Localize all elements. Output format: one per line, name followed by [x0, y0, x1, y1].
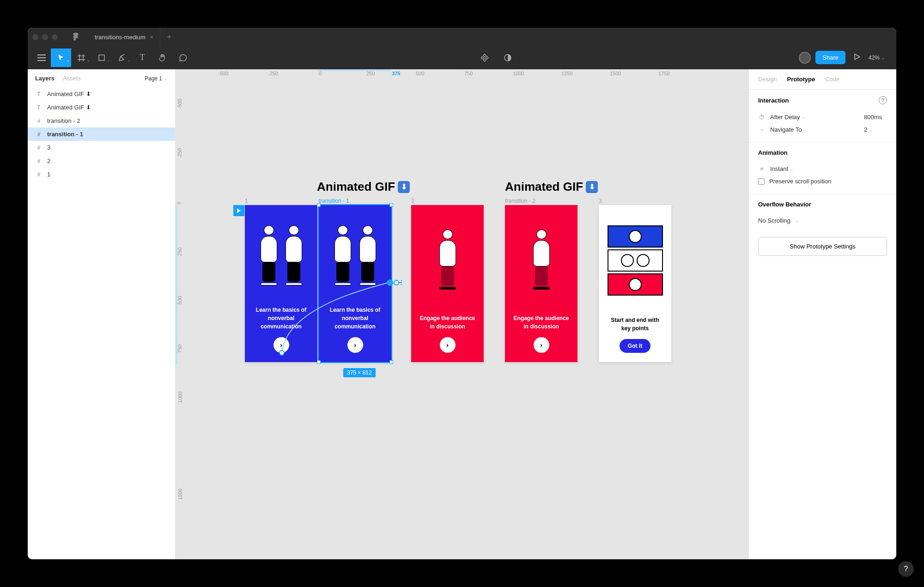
- frame-icon: #: [35, 118, 43, 124]
- comment-tool[interactable]: [173, 48, 193, 67]
- chevron-down-icon: ⌄: [128, 58, 131, 62]
- ruler-horizontal: -500 -250 0 250 375 500 750 1000 1250 15…: [185, 69, 748, 80]
- next-arrow-button[interactable]: ›: [534, 337, 549, 353]
- toolbar: ⌄ ⌄ ⌄ ⌄ T Shar: [28, 46, 896, 69]
- card-text: Engage the audiencein discussion: [413, 314, 481, 331]
- user-avatar[interactable]: [799, 52, 811, 64]
- canvas-area[interactable]: -500 -250 0 250 375 500 750 1000 1250 15…: [176, 69, 748, 559]
- zoom-dropdown[interactable]: 42% ⌄: [869, 54, 892, 61]
- ruler-tick: 0: [319, 71, 322, 76]
- got-it-button[interactable]: Got it: [620, 339, 650, 353]
- trigger-row[interactable]: ⏱ After Delay⌄ 800ms: [758, 111, 887, 123]
- text-icon: T: [35, 91, 43, 97]
- layer-item[interactable]: #transition - 1: [28, 127, 175, 141]
- layer-item[interactable]: #3: [28, 141, 175, 154]
- layer-label: Animated GIF ⬇: [47, 91, 91, 97]
- layers-tab[interactable]: Layers: [35, 75, 55, 82]
- animation-section: Animation ✳ Instant⌄ Preserve scroll pos…: [749, 142, 896, 194]
- file-tab[interactable]: transitions-medium ×: [88, 28, 160, 46]
- frame-label[interactable]: 3: [599, 198, 602, 204]
- prototype-start-flag[interactable]: [233, 205, 244, 216]
- canvas[interactable]: Animated GIF ⬇ Animated GIF ⬇ 1: [185, 80, 748, 559]
- card-text: Start and end withkey points: [604, 316, 665, 333]
- frame-3[interactable]: Start and end withkey points Got it: [599, 205, 671, 362]
- layer-label: transition - 2: [47, 117, 80, 124]
- fullscreen-window-icon[interactable]: [52, 34, 58, 40]
- frame-label[interactable]: 2: [411, 198, 414, 204]
- frame-label[interactable]: transition - 2: [505, 198, 535, 204]
- card-text: Engage the audiencein discussion: [507, 314, 575, 331]
- frame-transition-2[interactable]: Engage the audiencein discussion ›: [505, 205, 578, 362]
- ruler-tick: 250: [177, 248, 182, 256]
- chevron-down-icon: ⌄: [790, 167, 794, 171]
- component-icon[interactable]: [474, 48, 495, 67]
- design-tab[interactable]: Design: [758, 76, 777, 83]
- chevron-down-icon: ⌄: [803, 127, 807, 132]
- next-arrow-button[interactable]: ›: [347, 337, 363, 353]
- preserve-scroll-row[interactable]: Preserve scroll position: [758, 175, 887, 188]
- share-button[interactable]: Share: [815, 51, 845, 64]
- layer-item[interactable]: TAnimated GIF ⬇: [28, 87, 175, 101]
- instant-icon: ✳: [758, 166, 766, 172]
- menu-button[interactable]: [32, 48, 51, 67]
- titlebar: transitions-medium × +: [28, 28, 896, 46]
- minimize-window-icon[interactable]: [42, 34, 48, 40]
- window-controls: [32, 34, 58, 40]
- frame-tool[interactable]: ⌄: [71, 48, 91, 67]
- show-prototype-settings-button[interactable]: Show Prototype Settings: [758, 237, 887, 256]
- close-window-icon[interactable]: [32, 34, 38, 40]
- chevron-down-icon: ⌄: [87, 58, 90, 62]
- code-tab[interactable]: Code: [825, 76, 839, 83]
- svg-rect-1: [99, 55, 104, 61]
- move-tool[interactable]: ⌄: [51, 48, 71, 67]
- file-tab-label: transitions-medium: [95, 34, 146, 41]
- pen-tool[interactable]: ⌄: [112, 48, 132, 67]
- ruler-tick: 1250: [561, 71, 572, 76]
- text-tool[interactable]: T: [132, 48, 152, 67]
- frame-1[interactable]: Learn the basics ofnonverbal communicati…: [245, 205, 317, 362]
- page-selector[interactable]: Page 1 ⌄: [145, 75, 168, 82]
- target-value[interactable]: 2 ⌄: [864, 126, 887, 133]
- chevron-down-icon: ⌄: [107, 58, 110, 62]
- delay-value[interactable]: 800ms: [864, 114, 887, 121]
- ruler-tick: 750: [464, 71, 473, 76]
- frame-transition-1[interactable]: Learn the basics ofnonverbal communicati…: [319, 205, 391, 362]
- hand-tool[interactable]: [152, 48, 173, 67]
- animation-type-row[interactable]: ✳ Instant⌄: [758, 163, 887, 175]
- checkbox-icon[interactable]: [758, 178, 765, 185]
- shape-tool[interactable]: ⌄: [91, 48, 112, 67]
- frame-icon: #: [35, 145, 43, 151]
- figma-logo-icon[interactable]: [72, 33, 80, 41]
- layer-item[interactable]: TAnimated GIF ⬇: [28, 101, 175, 114]
- section-title: Interaction: [758, 97, 789, 104]
- present-button[interactable]: [850, 54, 864, 62]
- layer-item[interactable]: #2: [28, 154, 175, 168]
- overflow-value-row[interactable]: No Scrolling⌄: [758, 214, 887, 227]
- action-row[interactable]: → Navigate To⌄ 2 ⌄: [758, 123, 887, 136]
- ruler-tick: 500: [177, 296, 182, 304]
- ruler-tick: 250: [366, 71, 375, 76]
- frame-2[interactable]: Engage the audiencein discussion ›: [411, 205, 484, 362]
- close-tab-icon[interactable]: ×: [150, 34, 154, 41]
- layer-item[interactable]: #1: [28, 168, 175, 181]
- prototype-tab[interactable]: Prototype: [787, 76, 815, 83]
- text-icon: T: [35, 104, 43, 111]
- layer-label: Animated GIF ⬇: [47, 104, 91, 111]
- overflow-section: Overflow Behavior No Scrolling⌄: [749, 194, 896, 233]
- next-arrow-button[interactable]: ›: [274, 337, 289, 353]
- frame-label[interactable]: 1: [245, 198, 248, 204]
- layer-label: 1: [47, 171, 50, 178]
- ruler-tick: 750: [177, 345, 182, 353]
- mask-icon[interactable]: [498, 48, 518, 67]
- app-window: transitions-medium × + ⌄ ⌄ ⌄ ⌄ T: [28, 28, 896, 559]
- layer-item[interactable]: #transition - 2: [28, 114, 175, 127]
- assets-tab[interactable]: Assets: [63, 75, 81, 82]
- next-arrow-button[interactable]: ›: [440, 337, 456, 353]
- info-icon[interactable]: ?: [879, 96, 887, 104]
- new-tab-icon[interactable]: +: [167, 33, 171, 41]
- ruler-tick: 1750: [658, 71, 669, 76]
- ruler-tick: 1500: [177, 489, 183, 500]
- chevron-down-icon: ⌄: [881, 55, 885, 60]
- frame-label-selected[interactable]: transition - 1: [319, 198, 349, 204]
- section-title: Animation: [758, 149, 788, 156]
